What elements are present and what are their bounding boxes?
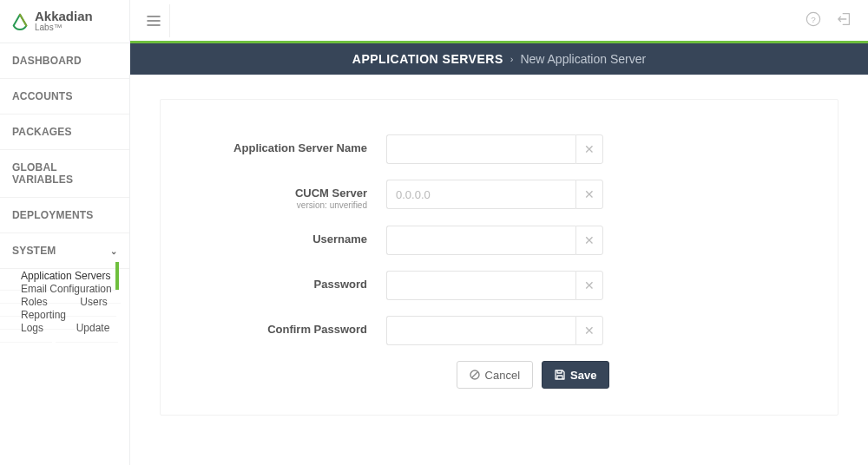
input-confirm-password[interactable] <box>386 316 575 345</box>
label-password: Password <box>195 271 386 291</box>
logo-icon <box>10 12 30 31</box>
svg-text:?: ? <box>811 15 816 24</box>
nav-global-variables[interactable]: GLOBAL VARIABLES <box>0 150 129 198</box>
close-icon: ✕ <box>584 278 595 292</box>
breadcrumb-section: APPLICATION SERVERS <box>352 52 503 66</box>
label-username: Username <box>195 226 386 246</box>
form-card: Application Server Name ✕ CUCM Server ve… <box>160 99 838 416</box>
label-cucm-server: CUCM Server version: unverified <box>195 180 386 210</box>
input-username[interactable] <box>386 226 575 255</box>
save-label: Save <box>570 369 596 382</box>
input-cucm-server[interactable] <box>386 180 575 209</box>
nav-dashboard[interactable]: DASHBOARD <box>0 43 129 79</box>
save-button[interactable]: Save <box>542 361 609 389</box>
input-server-name[interactable] <box>386 134 575 164</box>
menu-toggle-button[interactable] <box>137 4 170 37</box>
svg-line-3 <box>471 372 477 378</box>
clear-confirm-button[interactable]: ✕ <box>575 316 603 345</box>
chevron-down-icon: ⌄ <box>110 246 117 256</box>
help-button[interactable]: ? <box>806 11 821 29</box>
ban-icon <box>470 370 480 380</box>
label-cucm-text: CUCM Server <box>295 187 367 200</box>
cancel-label: Cancel <box>485 369 520 382</box>
close-icon: ✕ <box>584 142 595 156</box>
clear-password-button[interactable]: ✕ <box>575 271 603 300</box>
brand-sub: Labs™ <box>35 23 93 33</box>
close-icon: ✕ <box>584 233 595 247</box>
hamburger-icon <box>147 15 161 27</box>
close-icon: ✕ <box>584 324 595 337</box>
clear-server-name-button[interactable]: ✕ <box>575 134 603 164</box>
close-icon: ✕ <box>584 187 595 201</box>
breadcrumb-separator-icon: › <box>510 54 514 64</box>
subnav-logs[interactable]: Logs <box>0 314 52 343</box>
breadcrumb-page: New Application Server <box>520 52 646 66</box>
label-server-name: Application Server Name <box>195 134 386 154</box>
cancel-button[interactable]: Cancel <box>457 361 533 389</box>
subnav-update[interactable]: Update <box>56 314 119 343</box>
clear-username-button[interactable]: ✕ <box>575 226 603 255</box>
page-header: APPLICATION SERVERS › New Application Se… <box>130 43 868 75</box>
save-icon <box>555 370 565 380</box>
clear-cucm-button[interactable]: ✕ <box>575 180 603 209</box>
nav-deployments[interactable]: DEPLOYMENTS <box>0 198 129 233</box>
label-cucm-sub: version: unverified <box>195 200 367 210</box>
nav-packages[interactable]: PACKAGES <box>0 115 129 150</box>
nav-accounts[interactable]: ACCOUNTS <box>0 79 129 115</box>
logout-button[interactable] <box>837 11 852 29</box>
sidebar-nav: DASHBOARD ACCOUNTS PACKAGES GLOBAL VARIA… <box>0 43 129 465</box>
topbar: ? <box>130 0 868 43</box>
help-icon: ? <box>806 11 821 27</box>
nav-system-label: SYSTEM <box>12 245 56 257</box>
label-confirm-password: Confirm Password <box>195 316 386 336</box>
brand-logo[interactable]: Akkadian Labs™ <box>0 0 129 43</box>
brand-name: Akkadian <box>35 10 93 23</box>
logout-icon <box>837 11 852 27</box>
input-password[interactable] <box>386 271 575 300</box>
